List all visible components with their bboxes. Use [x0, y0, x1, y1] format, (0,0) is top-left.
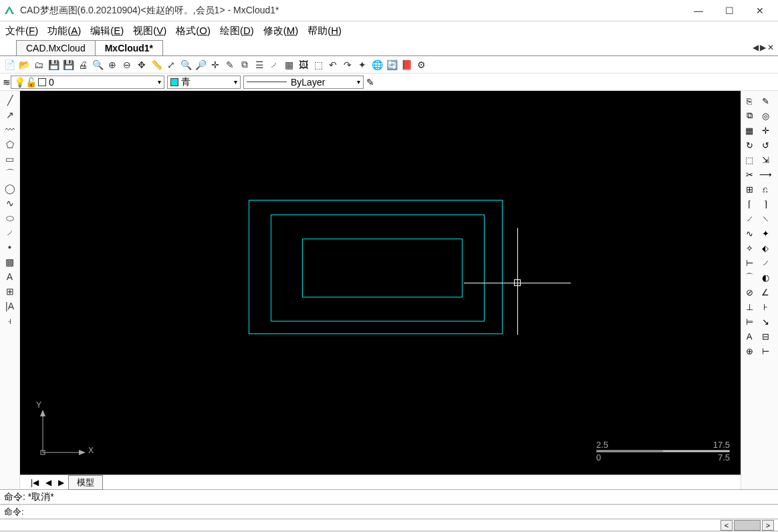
dim-ordinate-icon[interactable]: ⊥: [741, 299, 757, 314]
horizontal-scrollbar[interactable]: < >: [0, 519, 778, 531]
ellipse-icon[interactable]: ⬭: [3, 211, 17, 225]
redo-icon[interactable]: ↷: [341, 58, 354, 72]
tool-a-icon[interactable]: ✦: [757, 226, 773, 241]
tab-prev-icon[interactable]: ◀: [753, 43, 759, 52]
ruler-icon[interactable]: ⊟: [757, 329, 773, 344]
copy-icon[interactable]: ⎘: [741, 94, 757, 108]
block-icon[interactable]: ▦: [282, 58, 295, 72]
close-button[interactable]: ✕: [745, 1, 775, 21]
dim-radius-icon[interactable]: ◐: [757, 270, 773, 285]
menu-function[interactable]: 功能(A): [47, 25, 81, 37]
dim-aligned-icon[interactable]: ⟋: [757, 255, 773, 270]
measure-icon[interactable]: 📏: [150, 58, 163, 72]
text-icon[interactable]: A: [3, 270, 17, 283]
export-pdf-icon[interactable]: 📕: [400, 58, 413, 72]
menu-view[interactable]: 视图(V): [133, 25, 166, 37]
dim-diameter-icon[interactable]: ⊘: [741, 285, 757, 299]
align-icon[interactable]: ∿: [741, 226, 757, 241]
extend-icon[interactable]: ⟶: [757, 167, 773, 182]
zoom-prev-icon[interactable]: 🔍: [179, 58, 192, 72]
break-icon[interactable]: ⎌: [757, 182, 773, 196]
print-icon[interactable]: 🖨: [76, 58, 90, 72]
save-as-icon[interactable]: 💾: [61, 58, 75, 72]
layout-first-icon[interactable]: |◀: [28, 478, 41, 487]
zoom-extents-icon[interactable]: ⤢: [164, 58, 178, 72]
tab-cad-mxcloud[interactable]: CAD.MxCloud: [16, 40, 96, 55]
arc-icon[interactable]: ⌒: [3, 167, 17, 180]
select-icon[interactable]: ⬚: [311, 58, 325, 72]
xline-icon[interactable]: ↗: [3, 108, 17, 122]
spline-icon[interactable]: ∿: [3, 196, 17, 210]
chamfer-icon[interactable]: ⟋: [741, 211, 757, 226]
new-icon[interactable]: 📄: [3, 58, 16, 72]
scale-icon[interactable]: ⬚: [741, 152, 757, 167]
lineweight-icon[interactable]: ✎: [366, 77, 374, 88]
refresh-icon[interactable]: 🔄: [385, 58, 398, 72]
dim-angle-icon[interactable]: ∠: [757, 285, 773, 299]
zoom-realtime-icon[interactable]: 🔎: [194, 58, 207, 72]
rotate-icon[interactable]: ↻: [741, 138, 757, 152]
maximize-button[interactable]: ☐: [714, 1, 745, 21]
line-icon[interactable]: ╱: [3, 94, 17, 107]
open-folder-icon[interactable]: 🗂: [32, 58, 45, 72]
globe-icon[interactable]: 🌐: [370, 58, 384, 72]
layout-next-icon[interactable]: ▶: [55, 478, 67, 487]
move-icon[interactable]: ✛: [209, 58, 222, 72]
minimize-button[interactable]: ―: [683, 1, 714, 21]
fillet-icon[interactable]: ⌉: [757, 196, 773, 211]
layer-dropdown[interactable]: 💡🔓 0 ▾: [11, 76, 164, 89]
offset-icon[interactable]: ◎: [757, 108, 773, 123]
trim-icon[interactable]: ✂: [741, 167, 757, 182]
erase-icon[interactable]: ✎: [757, 94, 773, 108]
move-right-icon[interactable]: ✛: [757, 123, 773, 138]
dim-continue-icon[interactable]: ⊦: [757, 299, 773, 314]
zoom-window-icon[interactable]: 🔍: [91, 58, 104, 72]
menu-draw[interactable]: 绘图(D): [220, 25, 254, 37]
tool-last-icon[interactable]: ⊢: [757, 344, 773, 358]
menu-modify[interactable]: 修改(M): [263, 25, 299, 37]
dim-arc-icon[interactable]: ⌒: [741, 270, 757, 285]
stretch-icon[interactable]: ⇲: [757, 152, 773, 167]
scroll-right-icon[interactable]: >: [762, 520, 774, 531]
dim-linear-icon[interactable]: ⊢: [741, 255, 757, 270]
dimension-icon[interactable]: ⫞: [3, 314, 17, 327]
mirror-icon[interactable]: ⧉: [741, 108, 757, 123]
properties-icon[interactable]: ⧉: [238, 58, 251, 72]
linetype-dropdown[interactable]: ByLayer ▾: [243, 76, 364, 89]
table-icon[interactable]: ⊞: [3, 285, 17, 298]
rotate-ccw-icon[interactable]: ↺: [757, 138, 773, 152]
ellipse-arc-icon[interactable]: ⟋: [3, 226, 17, 239]
dim-center-icon[interactable]: ⊕: [741, 344, 757, 358]
layers-icon[interactable]: ☰: [253, 58, 266, 72]
polygon-icon[interactable]: ⬠: [3, 138, 17, 151]
zoom-out-icon[interactable]: ⊖: [120, 58, 134, 72]
color-dropdown[interactable]: 青 ▾: [167, 76, 241, 89]
text-a-icon[interactable]: A: [741, 329, 757, 344]
menu-help[interactable]: 帮助(H): [307, 25, 342, 37]
tab-mxcloud1[interactable]: MxCloud1*: [95, 40, 163, 55]
tab-close-icon[interactable]: ✕: [767, 43, 774, 52]
brush-icon[interactable]: ✎: [223, 58, 237, 72]
pan-icon[interactable]: ✥: [135, 58, 148, 72]
polyline-icon[interactable]: 〰: [3, 123, 17, 136]
menu-format[interactable]: 格式(O): [176, 25, 211, 37]
tool-b-icon[interactable]: ⟡: [741, 241, 757, 255]
menu-file[interactable]: 文件(F): [5, 25, 38, 37]
image-icon[interactable]: 🖼: [297, 58, 310, 72]
undo-icon[interactable]: ↶: [326, 58, 340, 72]
rectangle-icon[interactable]: ▭: [3, 152, 17, 166]
save-icon[interactable]: 💾: [47, 58, 60, 72]
explode-icon[interactable]: ✦: [356, 58, 369, 72]
layout-prev-icon[interactable]: ◀: [43, 478, 54, 487]
tab-next-icon[interactable]: ▶: [760, 43, 766, 52]
dim-baseline-icon[interactable]: ⊨: [741, 314, 757, 329]
array-icon[interactable]: ▦: [741, 123, 757, 138]
mtext-icon[interactable]: |A: [3, 299, 17, 313]
hatch-icon[interactable]: ▩: [3, 255, 17, 269]
scroll-left-icon[interactable]: <: [721, 520, 733, 531]
explode-right-icon[interactable]: ⟍: [757, 211, 773, 226]
grid-icon[interactable]: ⊞: [741, 182, 757, 196]
circle-icon[interactable]: ◯: [3, 182, 17, 195]
model-tab[interactable]: 模型: [68, 475, 103, 490]
settings-icon[interactable]: ⚙: [414, 58, 428, 72]
